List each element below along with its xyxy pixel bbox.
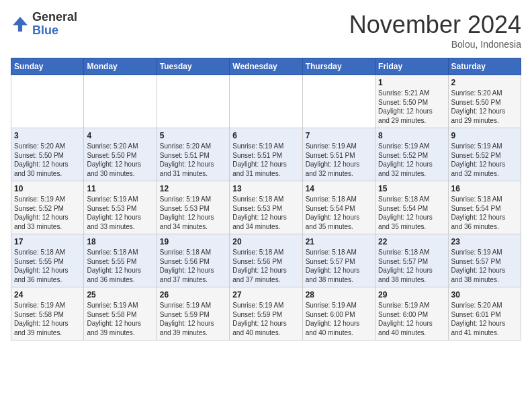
calendar-cell bbox=[84, 75, 157, 128]
day-number: 10 bbox=[14, 184, 81, 193]
day-info: Sunrise: 5:19 AM Sunset: 5:52 PM Dayligh… bbox=[378, 142, 445, 178]
day-number: 3 bbox=[14, 131, 81, 140]
weekday-header: Wednesday bbox=[230, 58, 302, 75]
day-number: 1 bbox=[378, 78, 445, 87]
day-info: Sunrise: 5:18 AM Sunset: 5:57 PM Dayligh… bbox=[306, 248, 372, 284]
calendar-cell: 13Sunrise: 5:18 AM Sunset: 5:53 PM Dayli… bbox=[230, 181, 302, 234]
calendar-cell bbox=[302, 75, 375, 128]
day-info: Sunrise: 5:19 AM Sunset: 5:52 PM Dayligh… bbox=[451, 142, 518, 178]
calendar-cell: 12Sunrise: 5:19 AM Sunset: 5:53 PM Dayli… bbox=[157, 181, 229, 234]
calendar-week-row: 3Sunrise: 5:20 AM Sunset: 5:50 PM Daylig… bbox=[11, 128, 521, 181]
calendar-cell: 10Sunrise: 5:19 AM Sunset: 5:52 PM Dayli… bbox=[11, 181, 84, 234]
day-number: 12 bbox=[160, 184, 226, 193]
calendar-cell: 2Sunrise: 5:20 AM Sunset: 5:50 PM Daylig… bbox=[448, 75, 521, 128]
calendar-cell: 20Sunrise: 5:18 AM Sunset: 5:56 PM Dayli… bbox=[230, 234, 302, 287]
day-info: Sunrise: 5:21 AM Sunset: 5:50 PM Dayligh… bbox=[378, 89, 445, 125]
day-info: Sunrise: 5:19 AM Sunset: 5:58 PM Dayligh… bbox=[14, 301, 81, 337]
day-number: 19 bbox=[160, 237, 226, 246]
day-info: Sunrise: 5:18 AM Sunset: 5:56 PM Dayligh… bbox=[232, 248, 299, 284]
calendar-week-row: 10Sunrise: 5:19 AM Sunset: 5:52 PM Dayli… bbox=[11, 181, 521, 234]
day-info: Sunrise: 5:20 AM Sunset: 5:50 PM Dayligh… bbox=[87, 142, 153, 178]
weekday-header-row: SundayMondayTuesdayWednesdayThursdayFrid… bbox=[11, 58, 521, 75]
day-info: Sunrise: 5:18 AM Sunset: 5:53 PM Dayligh… bbox=[232, 195, 299, 231]
month-title: November 2024 bbox=[349, 11, 521, 39]
day-info: Sunrise: 5:19 AM Sunset: 5:58 PM Dayligh… bbox=[87, 301, 153, 337]
weekday-header: Sunday bbox=[11, 58, 84, 75]
day-info: Sunrise: 5:19 AM Sunset: 5:59 PM Dayligh… bbox=[232, 301, 299, 337]
calendar-cell: 26Sunrise: 5:19 AM Sunset: 5:59 PM Dayli… bbox=[157, 287, 229, 340]
location: Bolou, Indonesia bbox=[349, 39, 521, 50]
day-number: 15 bbox=[378, 184, 445, 193]
weekday-header: Monday bbox=[84, 58, 157, 75]
logo-general: General bbox=[32, 11, 77, 24]
day-number: 4 bbox=[87, 131, 153, 140]
calendar-cell bbox=[157, 75, 229, 128]
day-number: 11 bbox=[87, 184, 153, 193]
day-number: 17 bbox=[14, 237, 81, 246]
calendar-cell bbox=[230, 75, 302, 128]
logo-blue: Blue bbox=[32, 24, 77, 38]
day-number: 8 bbox=[378, 131, 445, 140]
day-info: Sunrise: 5:20 AM Sunset: 5:50 PM Dayligh… bbox=[14, 142, 81, 178]
day-info: Sunrise: 5:18 AM Sunset: 5:56 PM Dayligh… bbox=[160, 248, 226, 284]
logo-icon bbox=[11, 15, 30, 34]
day-number: 2 bbox=[451, 78, 518, 87]
day-number: 21 bbox=[306, 237, 372, 246]
calendar-cell: 15Sunrise: 5:18 AM Sunset: 5:54 PM Dayli… bbox=[375, 181, 448, 234]
calendar-cell: 3Sunrise: 5:20 AM Sunset: 5:50 PM Daylig… bbox=[11, 128, 84, 181]
calendar-week-row: 17Sunrise: 5:18 AM Sunset: 5:55 PM Dayli… bbox=[11, 234, 521, 287]
day-info: Sunrise: 5:20 AM Sunset: 5:51 PM Dayligh… bbox=[160, 142, 226, 178]
calendar-cell: 4Sunrise: 5:20 AM Sunset: 5:50 PM Daylig… bbox=[84, 128, 157, 181]
calendar-week-row: 1Sunrise: 5:21 AM Sunset: 5:50 PM Daylig… bbox=[11, 75, 521, 128]
day-number: 23 bbox=[451, 237, 518, 246]
day-number: 14 bbox=[306, 184, 372, 193]
calendar-cell: 6Sunrise: 5:19 AM Sunset: 5:51 PM Daylig… bbox=[230, 128, 302, 181]
day-info: Sunrise: 5:20 AM Sunset: 6:01 PM Dayligh… bbox=[451, 301, 518, 337]
day-info: Sunrise: 5:18 AM Sunset: 5:55 PM Dayligh… bbox=[87, 248, 153, 284]
calendar-cell: 14Sunrise: 5:18 AM Sunset: 5:54 PM Dayli… bbox=[302, 181, 375, 234]
calendar-cell: 17Sunrise: 5:18 AM Sunset: 5:55 PM Dayli… bbox=[11, 234, 84, 287]
calendar-table: SundayMondayTuesdayWednesdayThursdayFrid… bbox=[11, 58, 521, 340]
day-info: Sunrise: 5:19 AM Sunset: 6:00 PM Dayligh… bbox=[378, 301, 445, 337]
calendar-cell: 18Sunrise: 5:18 AM Sunset: 5:55 PM Dayli… bbox=[84, 234, 157, 287]
calendar-cell bbox=[11, 75, 84, 128]
day-info: Sunrise: 5:19 AM Sunset: 5:57 PM Dayligh… bbox=[451, 248, 518, 284]
day-info: Sunrise: 5:19 AM Sunset: 5:53 PM Dayligh… bbox=[87, 195, 153, 231]
weekday-header: Thursday bbox=[302, 58, 375, 75]
weekday-header: Tuesday bbox=[157, 58, 229, 75]
day-number: 25 bbox=[87, 290, 153, 300]
calendar-cell: 29Sunrise: 5:19 AM Sunset: 6:00 PM Dayli… bbox=[375, 287, 448, 340]
day-number: 24 bbox=[14, 290, 81, 300]
day-number: 13 bbox=[232, 184, 299, 193]
calendar-cell: 27Sunrise: 5:19 AM Sunset: 5:59 PM Dayli… bbox=[230, 287, 302, 340]
calendar-cell: 22Sunrise: 5:18 AM Sunset: 5:57 PM Dayli… bbox=[375, 234, 448, 287]
calendar-cell: 25Sunrise: 5:19 AM Sunset: 5:58 PM Dayli… bbox=[84, 287, 157, 340]
title-block: November 2024 Bolou, Indonesia bbox=[349, 11, 521, 50]
day-number: 6 bbox=[232, 131, 299, 140]
calendar-week-row: 24Sunrise: 5:19 AM Sunset: 5:58 PM Dayli… bbox=[11, 287, 521, 340]
calendar-cell: 24Sunrise: 5:19 AM Sunset: 5:58 PM Dayli… bbox=[11, 287, 84, 340]
day-info: Sunrise: 5:20 AM Sunset: 5:50 PM Dayligh… bbox=[451, 89, 518, 125]
day-number: 22 bbox=[378, 237, 445, 246]
day-number: 5 bbox=[160, 131, 226, 140]
calendar-cell: 30Sunrise: 5:20 AM Sunset: 6:01 PM Dayli… bbox=[448, 287, 521, 340]
page-header: General Blue November 2024 Bolou, Indone… bbox=[11, 11, 521, 50]
day-number: 20 bbox=[232, 237, 299, 246]
logo-text: General Blue bbox=[32, 11, 77, 38]
day-number: 26 bbox=[160, 290, 226, 300]
day-number: 30 bbox=[451, 290, 518, 300]
day-info: Sunrise: 5:18 AM Sunset: 5:57 PM Dayligh… bbox=[378, 248, 445, 284]
day-number: 18 bbox=[87, 237, 153, 246]
day-info: Sunrise: 5:18 AM Sunset: 5:54 PM Dayligh… bbox=[378, 195, 445, 231]
day-number: 29 bbox=[378, 290, 445, 300]
calendar-cell: 9Sunrise: 5:19 AM Sunset: 5:52 PM Daylig… bbox=[448, 128, 521, 181]
svg-marker-0 bbox=[13, 17, 28, 32]
day-number: 7 bbox=[306, 131, 372, 140]
day-info: Sunrise: 5:18 AM Sunset: 5:54 PM Dayligh… bbox=[451, 195, 518, 231]
day-number: 16 bbox=[451, 184, 518, 193]
weekday-header: Friday bbox=[375, 58, 448, 75]
calendar-cell: 28Sunrise: 5:19 AM Sunset: 6:00 PM Dayli… bbox=[302, 287, 375, 340]
day-info: Sunrise: 5:19 AM Sunset: 5:51 PM Dayligh… bbox=[232, 142, 299, 178]
calendar-cell: 11Sunrise: 5:19 AM Sunset: 5:53 PM Dayli… bbox=[84, 181, 157, 234]
calendar-cell: 16Sunrise: 5:18 AM Sunset: 5:54 PM Dayli… bbox=[448, 181, 521, 234]
